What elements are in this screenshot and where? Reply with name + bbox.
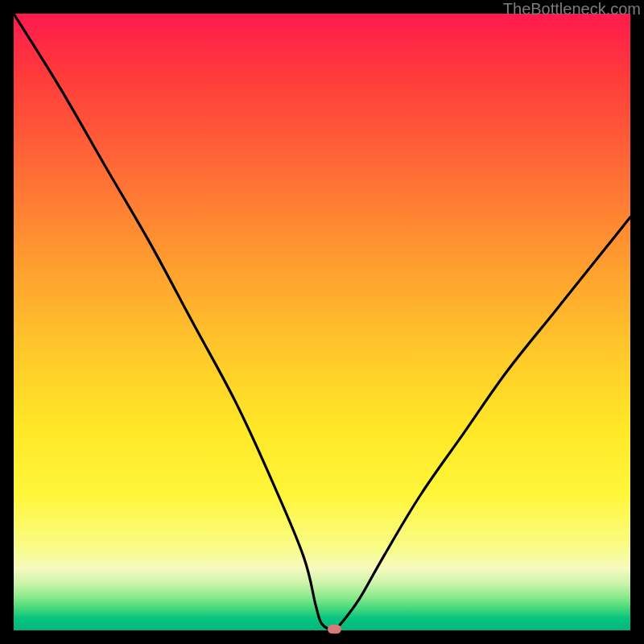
- bottleneck-marker: [328, 625, 341, 634]
- curve-path: [14, 14, 630, 630]
- bottleneck-curve-line: [14, 14, 630, 630]
- chart-plot-area: [14, 14, 630, 630]
- watermark-text: TheBottleneck.com: [503, 0, 641, 19]
